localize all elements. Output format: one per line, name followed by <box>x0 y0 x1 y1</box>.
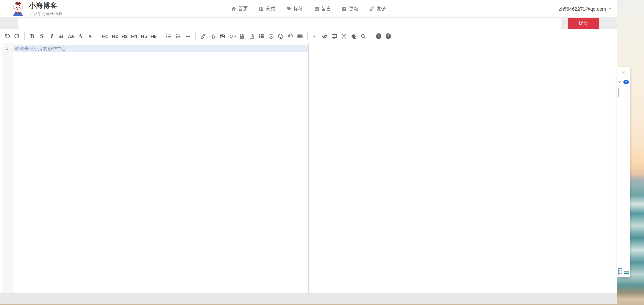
help-badge-icon[interactable]: ? <box>623 80 629 84</box>
goto-line-button[interactable]: >_ <box>310 31 320 41</box>
submit-button[interactable]: 提交 <box>568 18 599 29</box>
toolbar-divider <box>98 32 98 40</box>
nav-item-category[interactable]: 分类 <box>259 6 275 12</box>
info-icon: i <box>386 33 391 39</box>
text-list-icon[interactable] <box>618 268 622 275</box>
info-button[interactable]: i <box>383 31 393 41</box>
reference-link-icon <box>210 33 216 39</box>
nav-item-label: 留言 <box>321 6 331 12</box>
list-ul-button[interactable] <box>164 31 173 41</box>
site-footer <box>0 293 617 304</box>
help-button[interactable]: ? <box>374 31 383 41</box>
h3-button[interactable]: H3 <box>120 31 129 41</box>
hr-icon <box>185 33 191 39</box>
popup-bottom-icons <box>618 268 629 275</box>
home-icon <box>231 6 236 11</box>
chevron-down-icon[interactable] <box>618 80 621 84</box>
code-button[interactable]: </> <box>227 31 237 41</box>
site-logo-cartoon-avatar-icon[interactable] <box>11 1 25 16</box>
nav-item-label: 标签 <box>294 6 303 12</box>
markdown-preview-pane <box>309 43 617 293</box>
account-email: zh56462271@qq.com <box>559 6 606 12</box>
article-title-input[interactable] <box>18 18 561 29</box>
redo-button[interactable] <box>12 31 22 41</box>
editor-workspace: 1 欢迎来到小海的创作中心 <box>0 43 617 293</box>
code-editor-pane[interactable]: 欢迎来到小海的创作中心 <box>13 43 309 293</box>
h2-button[interactable]: H2 <box>110 31 120 41</box>
popup-input[interactable] <box>618 88 626 97</box>
main-nav: 首页分类标签留言更新友链 <box>231 0 386 17</box>
h1-icon: H1 <box>102 33 108 39</box>
lowercase-button[interactable]: a <box>85 31 95 41</box>
editor-active-line[interactable]: 欢迎来到小海的创作中心 <box>13 45 308 52</box>
account-dropdown[interactable]: zh56462271@qq.com <box>559 0 612 17</box>
close-icon[interactable] <box>621 70 626 75</box>
category-icon <box>259 6 264 11</box>
nav-item-label: 分类 <box>266 6 275 12</box>
toolbar-divider <box>371 32 371 40</box>
html-entities-icon: © <box>288 33 293 40</box>
h6-button[interactable]: H6 <box>149 31 158 41</box>
h4-icon: H4 <box>131 33 137 39</box>
html-entities-button[interactable]: © <box>285 31 295 41</box>
uppercase-button[interactable]: A <box>76 31 85 41</box>
reference-link-button[interactable] <box>208 31 218 41</box>
undo-button[interactable] <box>3 31 12 41</box>
del-button[interactable]: S <box>37 31 47 41</box>
quote-button[interactable] <box>56 31 66 41</box>
clear-button[interactable] <box>349 31 359 41</box>
link-icon <box>200 33 206 39</box>
h6-icon: H6 <box>150 33 157 39</box>
site-subtitle: 记录学习成长历程 <box>29 11 62 17</box>
table-button[interactable] <box>257 31 266 41</box>
list-ol-button[interactable] <box>173 31 183 41</box>
watch-icon <box>322 33 328 39</box>
chevron-down-icon <box>608 7 612 11</box>
code-block-button[interactable] <box>247 31 257 41</box>
nav-item-label: 友链 <box>377 6 386 12</box>
list-ol-icon <box>175 33 181 39</box>
watch-button[interactable] <box>320 31 330 41</box>
italic-icon: I <box>50 33 53 40</box>
h4-button[interactable]: H4 <box>129 31 139 41</box>
nav-item-label: 更新 <box>349 6 359 12</box>
nav-item-message[interactable]: 留言 <box>314 6 331 12</box>
message-icon <box>314 6 319 11</box>
datetime-icon <box>268 33 274 39</box>
datetime-button[interactable] <box>266 31 276 41</box>
italic-button[interactable]: I <box>47 31 56 41</box>
link-button[interactable] <box>198 31 208 41</box>
h2-icon: H2 <box>112 33 118 39</box>
nav-item-label: 首页 <box>238 6 248 12</box>
nav-item-home[interactable]: 首页 <box>231 6 248 12</box>
toolbar-divider <box>161 32 161 40</box>
search-button[interactable] <box>359 31 368 41</box>
brand: 小海博客 记录学习成长历程 <box>29 1 62 17</box>
emoji-button[interactable] <box>276 31 285 41</box>
undo-icon <box>5 33 10 39</box>
list-ul-icon <box>166 33 172 39</box>
bold-button[interactable]: B <box>27 31 37 41</box>
nav-item-update[interactable]: 更新 <box>342 6 359 12</box>
nav-item-tag[interactable]: 标签 <box>286 6 303 12</box>
ucwords-button[interactable]: Aa <box>66 31 76 41</box>
nav-item-links[interactable]: 友链 <box>369 6 386 12</box>
del-icon: S <box>40 33 44 39</box>
floating-popup-panel: ? <box>617 67 630 277</box>
fullscreen-icon <box>341 33 347 39</box>
pagebreak-button[interactable] <box>295 31 305 41</box>
h5-button[interactable]: H5 <box>139 31 149 41</box>
site-title: 小海博客 <box>29 1 62 10</box>
image-button[interactable] <box>218 31 227 41</box>
h1-button[interactable]: H1 <box>100 31 110 41</box>
popup-controls-row: ? <box>617 80 630 84</box>
hr-button[interactable] <box>183 31 193 41</box>
h3-icon: H3 <box>121 33 128 39</box>
image-thumbnail-icon[interactable] <box>624 271 629 275</box>
preview-button[interactable] <box>330 31 339 41</box>
preformatted-text-button[interactable] <box>237 31 247 41</box>
fullscreen-button[interactable] <box>339 31 349 41</box>
editor-gutter: 1 <box>2 43 13 293</box>
markdown-toolbar: BSIAaAaH1H2H3H4H5H6</>©>_?i <box>0 29 617 43</box>
clear-icon <box>351 33 357 39</box>
